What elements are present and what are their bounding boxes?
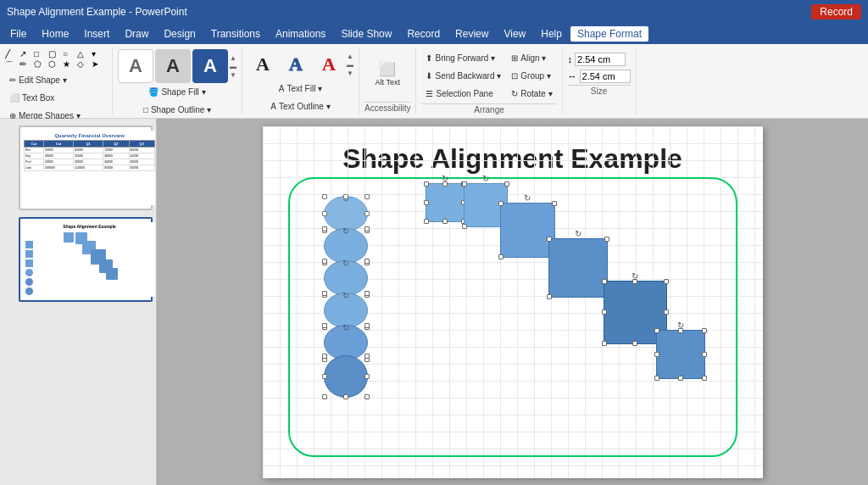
shape-rect[interactable]: □ <box>34 49 47 59</box>
send-backward-button[interactable]: ⬇ Send Backward ▾ <box>421 67 505 84</box>
selection-pane-button[interactable]: ☰ Selection Pane <box>421 85 505 102</box>
rotate-handle-s4[interactable]: ↻ <box>575 229 581 238</box>
handle-s1-tl[interactable] <box>424 181 429 187</box>
wordart-red[interactable]: A <box>314 49 344 80</box>
menu-draw[interactable]: Draw <box>118 26 155 42</box>
text-box-button[interactable]: ⬜ Text Box <box>5 89 58 106</box>
shape-diamond[interactable]: ◇ <box>77 59 91 71</box>
scroll-mid-icon[interactable]: ▬ <box>230 63 236 70</box>
handle-s5-tl[interactable] <box>602 279 607 284</box>
handle-c6-mr[interactable] <box>364 374 370 379</box>
handle-c4-tl[interactable] <box>322 291 327 296</box>
shape-style-1[interactable]: A <box>118 49 153 83</box>
handle-s4-bl[interactable] <box>547 294 552 299</box>
handle-s5-tr[interactable] <box>664 279 669 284</box>
rotate-handle-c5[interactable]: ↻ <box>342 323 349 332</box>
scroll-down-icon[interactable]: ▼ <box>230 71 236 79</box>
handle-c3-tr[interactable] <box>364 259 370 264</box>
handle-c6-bc[interactable] <box>343 394 348 399</box>
shape-style-3[interactable]: A <box>192 49 228 83</box>
wordart-outline[interactable]: A <box>281 49 311 80</box>
handle-c6-tr[interactable] <box>364 354 370 359</box>
scroll-up-icon[interactable]: ▲ <box>230 54 236 62</box>
menu-design[interactable]: Design <box>157 26 202 42</box>
handle-s1-bl[interactable] <box>424 219 429 224</box>
handle-s3-bl[interactable] <box>498 254 504 259</box>
handle-c6-ml[interactable] <box>322 374 327 379</box>
handle-s6-tl[interactable] <box>654 328 659 333</box>
rotate-button[interactable]: ↻ Rotate ▾ <box>507 85 556 102</box>
handle-c6-tl[interactable] <box>322 354 327 359</box>
text-outline-button[interactable]: A Text Outline ▾ <box>266 98 334 114</box>
handle-c3-tl[interactable] <box>322 259 327 264</box>
wa-scroll-down[interactable]: ▼ <box>347 70 353 77</box>
handle-c5-tr[interactable] <box>364 323 370 328</box>
shape-freeform[interactable]: ✏ <box>19 59 33 71</box>
handle-s6-br[interactable] <box>702 376 707 381</box>
rotate-handle-c4[interactable]: ↻ <box>342 291 349 300</box>
handle-c6-bl[interactable] <box>322 394 327 399</box>
handle-s1-tc[interactable] <box>442 181 448 187</box>
handle-s6-bl[interactable] <box>654 376 659 381</box>
slide-2-thumb[interactable]: Shape Alignment Example <box>19 217 153 302</box>
handle-s2-tr[interactable] <box>504 181 509 187</box>
height-input[interactable] <box>575 53 626 66</box>
menu-slideshow[interactable]: Slide Show <box>334 26 398 42</box>
circle-6[interactable] <box>324 355 368 398</box>
shape-star[interactable]: ★ <box>63 59 76 71</box>
shape-hex[interactable]: ⬡ <box>48 59 62 71</box>
rotate-handle-c2[interactable]: ↻ <box>342 226 349 236</box>
square-6[interactable]: ↻ <box>656 330 705 379</box>
shape-line[interactable]: ╱ <box>5 49 19 59</box>
menu-help[interactable]: Help <box>534 26 569 42</box>
handle-s2-bl[interactable] <box>462 224 467 229</box>
menu-review[interactable]: Review <box>448 26 495 42</box>
shape-fill-button[interactable]: 🪣 Shape Fill ▾ <box>144 83 209 100</box>
text-fill-button[interactable]: A Text Fill ▾ <box>275 80 326 97</box>
shape-pentagon[interactable]: ⬠ <box>34 59 47 71</box>
menu-view[interactable]: View <box>497 26 532 42</box>
handle-s1-bc[interactable] <box>442 219 448 224</box>
handle-c5-tl[interactable] <box>322 323 327 328</box>
rotate-handle-s3[interactable]: ↻ <box>524 193 531 203</box>
handle-c1-tc[interactable] <box>343 194 348 199</box>
handle-c6-br[interactable] <box>364 394 370 399</box>
handle-c4-tr[interactable] <box>364 291 370 296</box>
handle-s5-tc[interactable] <box>632 279 637 284</box>
handle-s5-ml[interactable] <box>602 309 607 315</box>
handle-s5-bl[interactable] <box>602 341 607 346</box>
handle-s3-tr[interactable] <box>552 201 557 206</box>
shape-curve[interactable]: ⌒ <box>5 59 19 71</box>
shape-outline-button[interactable]: □ Shape Outline ▾ <box>139 101 215 118</box>
menu-insert[interactable]: Insert <box>77 26 116 42</box>
style-scroll[interactable]: ▲ ▬ ▼ <box>230 54 236 79</box>
record-button[interactable]: Record <box>811 4 861 20</box>
menu-transitions[interactable]: Transitions <box>204 26 267 42</box>
handle-c2-tl[interactable] <box>322 226 327 231</box>
handle-s6-ml[interactable] <box>654 352 659 357</box>
square-3[interactable]: ↻ <box>500 203 555 258</box>
handle-s6-bc[interactable] <box>678 376 683 381</box>
canvas-area[interactable]: Shape Alignment Example ↻ <box>157 119 868 485</box>
rotate-handle-c3[interactable]: ↻ <box>342 259 349 268</box>
handle-s4-tr[interactable] <box>604 237 609 242</box>
rotate-handle-s2[interactable]: ↻ <box>482 174 489 183</box>
edit-shape-button[interactable]: ✏ Edit Shape ▾ <box>5 71 71 88</box>
handle-c1-tl[interactable] <box>322 194 327 199</box>
shape-tri[interactable]: △ <box>77 49 91 59</box>
shape-round-rect[interactable]: ▢ <box>48 49 62 59</box>
alt-text-button[interactable]: ⬜ Alt Text <box>364 49 410 100</box>
group-button[interactable]: ⊡ Group ▾ <box>507 67 556 84</box>
handle-s6-tr[interactable] <box>702 328 707 333</box>
shape-ellipse[interactable]: ○ <box>63 49 76 59</box>
handle-s1-ml[interactable] <box>424 200 429 205</box>
square-4[interactable]: ↻ <box>548 238 608 298</box>
handle-c1-ml[interactable] <box>322 211 327 216</box>
shape-block-arrow[interactable]: ➤ <box>92 59 105 71</box>
slide-panel[interactable]: 1 Quarterly Financial Overview Cat Cat Q… <box>0 119 157 485</box>
shape-style-2[interactable]: A <box>155 49 191 83</box>
menu-home[interactable]: Home <box>35 26 75 42</box>
shape-line2[interactable]: ↗ <box>19 49 33 59</box>
menu-file[interactable]: File <box>3 26 33 42</box>
align-button[interactable]: ⊞ Align ▾ <box>507 49 556 66</box>
